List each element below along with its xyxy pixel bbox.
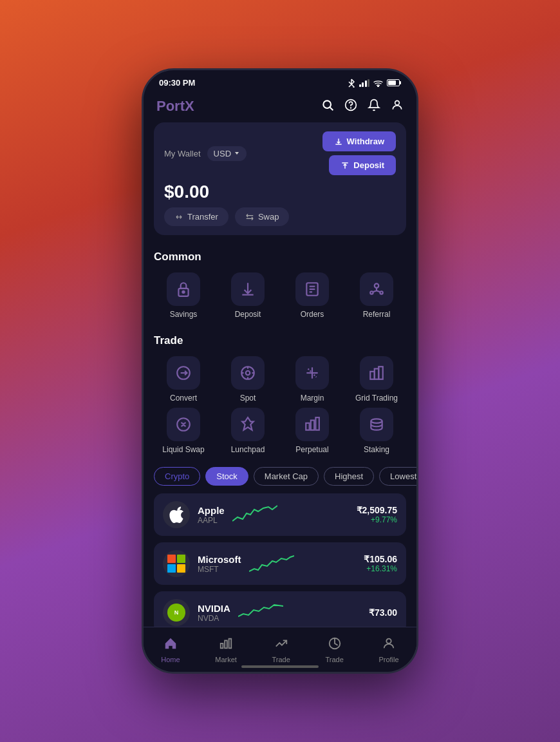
filter-lowest[interactable]: Lowest — [379, 467, 416, 486]
deposit-item[interactable]: Deposit — [218, 272, 277, 319]
margin-icon — [295, 356, 329, 390]
filter-highest[interactable]: Highest — [324, 467, 374, 486]
spot-item[interactable]: Spot — [218, 356, 277, 403]
apple-ticker: AAPL — [198, 516, 225, 525]
filter-stock[interactable]: Stock — [205, 467, 248, 486]
trade-grid: Convert Spot — [154, 356, 406, 454]
liquid-swap-label: Liquid Swap — [162, 445, 204, 454]
nvda-price: ₹73.00 — [369, 607, 397, 618]
nav-portfolio-label: Trade — [325, 656, 343, 663]
notification-icon[interactable] — [368, 99, 380, 115]
savings-item[interactable]: Savings — [154, 272, 213, 319]
referral-item[interactable]: Referral — [347, 272, 406, 319]
nav-portfolio[interactable]: Trade — [325, 636, 343, 663]
grid-trading-icon — [360, 356, 393, 390]
liquid-swap-icon — [167, 408, 200, 441]
trade-title: Trade — [154, 334, 406, 347]
filter-market-cap[interactable]: Market Cap — [254, 467, 319, 486]
currency-text: USD — [214, 149, 231, 158]
lunchpad-item[interactable]: Lunchpad — [218, 408, 277, 454]
perpetual-item[interactable]: Perpetual — [283, 408, 342, 454]
svg-point-1 — [323, 100, 331, 108]
referral-label: Referral — [363, 310, 391, 319]
savings-icon — [167, 272, 200, 306]
help-icon[interactable] — [344, 99, 357, 115]
deposit-label: Deposit — [235, 310, 261, 319]
nav-trade-label: Trade — [272, 656, 290, 663]
spot-label: Spot — [240, 394, 256, 403]
nvda-ticker: NVDA — [198, 614, 230, 623]
portfolio-nav-icon — [328, 636, 342, 654]
wallet-label: My Wallet — [164, 149, 201, 158]
margin-item[interactable]: Margin — [283, 356, 342, 403]
staking-item[interactable]: Staking — [347, 408, 406, 454]
status-icons — [348, 79, 402, 88]
wifi-icon — [373, 79, 383, 87]
wallet-header: My Wallet USD Withdraw Deposit — [164, 131, 396, 175]
withdraw-button[interactable]: Withdraw — [322, 131, 396, 151]
trade-nav-icon — [274, 636, 288, 654]
nav-market[interactable]: Market — [215, 636, 237, 663]
filter-crypto[interactable]: Crypto — [154, 467, 200, 486]
bluetooth-icon — [348, 79, 355, 88]
svg-rect-34 — [225, 640, 227, 648]
svg-rect-31 — [315, 417, 319, 430]
filter-row: Crypto Stock Market Cap Highest Lowest — [144, 462, 416, 493]
staking-icon — [360, 408, 393, 441]
svg-rect-30 — [311, 421, 314, 430]
stock-apple[interactable]: Apple AAPL ₹2,509.75 +9.77% — [154, 493, 406, 536]
orders-icon — [295, 272, 329, 306]
orders-item[interactable]: Orders — [283, 272, 342, 319]
nav-home[interactable]: Home — [161, 636, 180, 663]
nav-market-label: Market — [215, 656, 237, 663]
convert-icon — [167, 356, 200, 390]
savings-label: Savings — [170, 310, 198, 319]
header-icons — [321, 99, 404, 115]
lunchpad-label: Lunchpad — [231, 445, 265, 454]
stock-microsoft[interactable]: Microsoft MSFT ₹105.06 +16.31% — [154, 542, 406, 585]
home-indicator — [241, 665, 319, 668]
svg-rect-35 — [229, 638, 232, 648]
staking-label: Staking — [364, 445, 389, 454]
status-bar: 09:30 PM — [144, 70, 416, 93]
signal-icon — [359, 79, 370, 87]
microsoft-logo — [163, 550, 190, 577]
svg-point-0 — [378, 86, 379, 87]
msft-change: +16.31% — [364, 564, 397, 573]
svg-point-14 — [380, 291, 382, 294]
svg-point-17 — [246, 371, 250, 376]
nvda-chart — [238, 601, 361, 624]
header: PortX — [144, 93, 416, 122]
phone-frame: 09:30 PM — [142, 68, 418, 674]
perpetual-label: Perpetual — [295, 445, 328, 454]
svg-rect-29 — [306, 423, 309, 430]
profile-icon[interactable] — [391, 99, 404, 115]
svg-point-7 — [182, 291, 184, 293]
nav-trade[interactable]: Trade — [272, 636, 290, 663]
profile-nav-icon — [382, 636, 396, 654]
referral-icon — [360, 272, 393, 306]
grid-trading-item[interactable]: Grid Trading — [347, 356, 406, 403]
main-content: My Wallet USD Withdraw Deposit — [144, 122, 416, 650]
search-icon[interactable] — [321, 99, 334, 115]
transfer-button[interactable]: Transfer — [164, 207, 229, 226]
svg-line-2 — [330, 107, 333, 110]
msft-ticker: MSFT — [198, 565, 241, 574]
stock-list: Apple AAPL ₹2,509.75 +9.77% — [144, 493, 416, 634]
market-nav-icon — [219, 636, 233, 654]
convert-item[interactable]: Convert — [154, 356, 213, 403]
spot-icon — [231, 356, 265, 390]
common-grid: Savings Deposit — [154, 272, 406, 319]
nav-profile[interactable]: Profile — [378, 636, 398, 663]
nvda-name: NVIDIA — [198, 603, 230, 614]
app-logo: PortX — [156, 98, 194, 115]
deposit-button[interactable]: Deposit — [329, 155, 396, 175]
margin-label: Margin — [301, 394, 324, 403]
currency-badge[interactable]: USD — [207, 146, 247, 161]
svg-point-37 — [386, 638, 391, 643]
svg-point-32 — [371, 419, 382, 423]
liquid-swap-item[interactable]: Liquid Swap — [154, 408, 213, 454]
nav-profile-label: Profile — [378, 656, 398, 663]
swap-button[interactable]: Swap — [235, 207, 290, 226]
wallet-action-buttons: Transfer Swap — [164, 207, 396, 226]
